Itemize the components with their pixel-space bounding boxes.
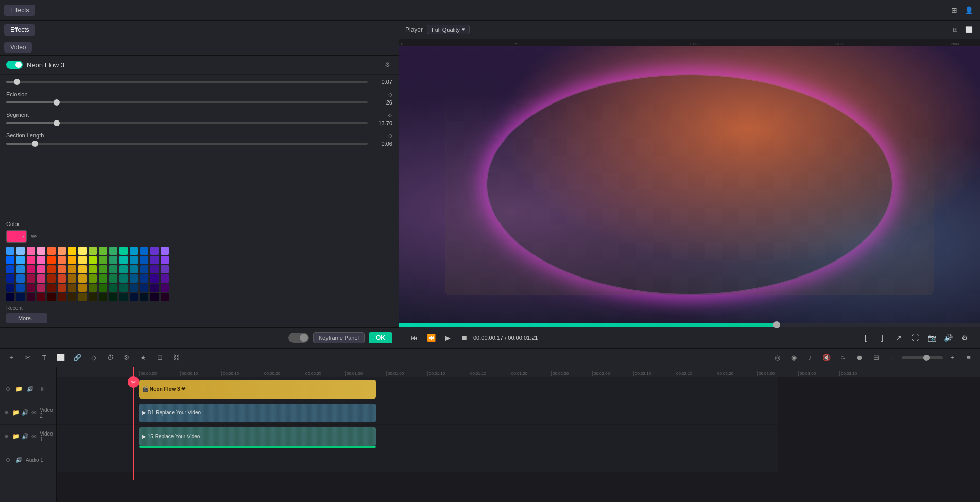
- a1-track-add-icon[interactable]: ⊕: [3, 456, 12, 465]
- out-point-button[interactable]: ]: [875, 331, 889, 345]
- palette-color-57[interactable]: [99, 274, 107, 283]
- palette-color-79[interactable]: [161, 284, 169, 292]
- palette-color-90[interactable]: [109, 293, 117, 301]
- tl-scissors-btn[interactable]: ✂: [21, 351, 35, 365]
- palette-color-12[interactable]: [130, 247, 138, 255]
- palette-color-52[interactable]: [47, 274, 56, 283]
- tab-effects[interactable]: Effects: [4, 24, 35, 36]
- palette-color-70[interactable]: [68, 284, 76, 292]
- palette-color-10[interactable]: [109, 247, 117, 255]
- in-point-button[interactable]: [: [858, 331, 873, 345]
- go-to-start-button[interactable]: ⏮: [407, 331, 422, 345]
- v2-track-audio-icon[interactable]: 🔊: [22, 408, 29, 418]
- segment-slider-track[interactable]: [6, 122, 368, 124]
- grid-icon-btn[interactable]: ⊞: [947, 3, 961, 18]
- palette-color-93[interactable]: [140, 293, 148, 301]
- zoom-thumb[interactable]: [923, 355, 930, 361]
- clip-video1[interactable]: ▶ 15 Replace Your Video: [139, 427, 376, 446]
- tl-zoom-in-btn[interactable]: +: [945, 351, 959, 365]
- slider-track-unnamed[interactable]: [6, 81, 368, 83]
- palette-color-86[interactable]: [68, 293, 76, 301]
- panel-toggle-button[interactable]: [288, 333, 309, 343]
- palette-color-40[interactable]: [89, 265, 97, 273]
- palette-color-83[interactable]: [37, 293, 45, 301]
- palette-color-0[interactable]: [6, 247, 14, 255]
- palette-color-58[interactable]: [109, 274, 117, 283]
- player-progress-bar[interactable]: [399, 323, 980, 327]
- palette-color-45[interactable]: [140, 265, 148, 273]
- step-back-button[interactable]: ⏪: [424, 331, 438, 345]
- clip-video2[interactable]: ▶ D1 Replace Your Video: [139, 404, 376, 422]
- tl-menu-btn[interactable]: ≡: [961, 351, 976, 365]
- crop-icon[interactable]: ⬜: [964, 25, 974, 35]
- palette-color-18[interactable]: [27, 256, 35, 264]
- palette-color-65[interactable]: [16, 284, 25, 292]
- palette-color-44[interactable]: [130, 265, 138, 273]
- palette-color-73[interactable]: [99, 284, 107, 292]
- palette-color-33[interactable]: [16, 265, 25, 273]
- palette-color-51[interactable]: [37, 274, 45, 283]
- palette-color-35[interactable]: [37, 265, 45, 273]
- palette-color-37[interactable]: [58, 265, 66, 273]
- effect-toggle[interactable]: [6, 61, 23, 69]
- palette-color-21[interactable]: [58, 256, 66, 264]
- settings-button[interactable]: ⚙: [957, 331, 972, 345]
- palette-color-87[interactable]: [78, 293, 87, 301]
- palette-color-94[interactable]: [150, 293, 159, 301]
- palette-color-24[interactable]: [89, 256, 97, 264]
- palette-color-22[interactable]: [68, 256, 76, 264]
- palette-color-38[interactable]: [68, 265, 76, 273]
- palette-color-64[interactable]: [6, 284, 14, 292]
- tl-chain-btn[interactable]: ⛓: [169, 351, 183, 365]
- tl-pip2-btn[interactable]: ⊞: [869, 351, 883, 365]
- volume-button[interactable]: 🔊: [941, 331, 955, 345]
- palette-color-34[interactable]: [27, 265, 35, 273]
- effect-settings-icon[interactable]: ⚙: [382, 60, 392, 70]
- palette-color-7[interactable]: [78, 247, 87, 255]
- palette-color-6[interactable]: [68, 247, 76, 255]
- grid-view-icon[interactable]: ⊞: [950, 25, 960, 35]
- palette-color-89[interactable]: [99, 293, 107, 301]
- v1-track-folder-icon[interactable]: 📁: [12, 432, 20, 441]
- palette-color-74[interactable]: [109, 284, 117, 292]
- snapshot-button[interactable]: 📷: [924, 331, 939, 345]
- palette-color-15[interactable]: [161, 247, 169, 255]
- extract-button[interactable]: ↗: [891, 331, 906, 345]
- tl-timer-btn[interactable]: ⏱: [103, 351, 117, 365]
- color-swatch-button[interactable]: ▾: [6, 230, 27, 243]
- palette-color-60[interactable]: [130, 274, 138, 283]
- palette-color-19[interactable]: [37, 256, 45, 264]
- palette-color-71[interactable]: [78, 284, 87, 292]
- palette-color-17[interactable]: [16, 256, 25, 264]
- palette-color-54[interactable]: [68, 274, 76, 283]
- ok-button[interactable]: OK: [369, 332, 392, 343]
- progress-thumb[interactable]: [773, 321, 780, 328]
- eclosion-keyframe-btn[interactable]: ◇: [388, 92, 392, 97]
- palette-color-78[interactable]: [150, 284, 159, 292]
- palette-color-48[interactable]: [6, 274, 14, 283]
- v2-track-folder-icon[interactable]: 📁: [12, 408, 20, 418]
- palette-color-9[interactable]: [99, 247, 107, 255]
- palette-color-92[interactable]: [130, 293, 138, 301]
- palette-color-28[interactable]: [130, 256, 138, 264]
- palette-color-42[interactable]: [109, 265, 117, 273]
- quality-selector[interactable]: Full Quality ▾: [427, 25, 470, 34]
- palette-color-8[interactable]: [89, 247, 97, 255]
- a1-track-vol-icon[interactable]: 🔊: [14, 456, 24, 465]
- tl-motion-btn[interactable]: ≈: [836, 351, 850, 365]
- palette-color-26[interactable]: [109, 256, 117, 264]
- v2-track-add-icon[interactable]: ⊕: [3, 408, 10, 418]
- palette-color-23[interactable]: [78, 256, 87, 264]
- palette-color-20[interactable]: [47, 256, 56, 264]
- palette-color-16[interactable]: [6, 256, 14, 264]
- palette-color-55[interactable]: [78, 274, 87, 283]
- palette-color-1[interactable]: [16, 247, 25, 255]
- tl-mute-btn[interactable]: 🔇: [819, 351, 834, 365]
- palette-color-77[interactable]: [140, 284, 148, 292]
- palette-color-88[interactable]: [89, 293, 97, 301]
- palette-color-69[interactable]: [58, 284, 66, 292]
- section-length-slider-track[interactable]: [6, 143, 368, 145]
- profile-icon-btn[interactable]: 👤: [961, 3, 976, 18]
- palette-color-5[interactable]: [58, 247, 66, 255]
- palette-color-47[interactable]: [161, 265, 169, 273]
